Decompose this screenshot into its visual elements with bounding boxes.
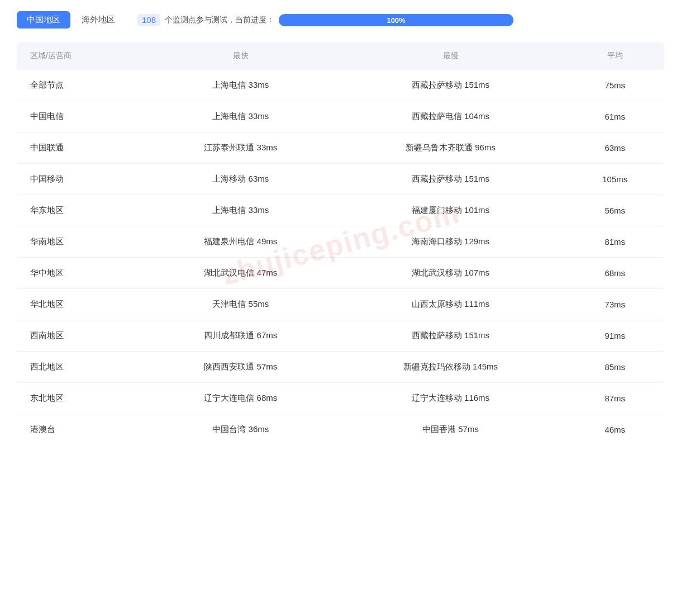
cell-slowest: 西藏拉萨移动 151ms: [336, 164, 566, 195]
cell-avg: 87ms: [566, 383, 664, 414]
cell-region: 港澳台: [17, 414, 146, 446]
cell-slowest: 福建厦门移动 101ms: [336, 195, 566, 226]
col-avg: 平均: [566, 42, 664, 70]
page-container: 中国地区 海外地区 108 个监测点参与测试，当前进度： 100% zhujic…: [0, 0, 681, 456]
cell-avg: 61ms: [566, 101, 664, 132]
cell-fastest: 天津电信 55ms: [146, 289, 335, 320]
cell-slowest: 西藏拉萨移动 151ms: [336, 70, 566, 101]
table-row: 全部节点上海电信 33ms西藏拉萨移动 151ms75ms: [17, 70, 664, 101]
cell-region: 全部节点: [17, 70, 146, 101]
cell-slowest: 山西太原移动 111ms: [336, 289, 566, 320]
table-row: 华北地区天津电信 55ms山西太原移动 111ms73ms: [17, 289, 664, 320]
tab-china[interactable]: 中国地区: [17, 11, 70, 29]
cell-avg: 46ms: [566, 414, 664, 446]
cell-avg: 105ms: [566, 164, 664, 195]
table-row: 西南地区四川成都联通 67ms西藏拉萨移动 151ms91ms: [17, 320, 664, 352]
cell-region: 华东地区: [17, 195, 146, 226]
cell-avg: 68ms: [566, 258, 664, 289]
cell-avg: 56ms: [566, 195, 664, 226]
col-region: 区域/运营商: [17, 42, 146, 70]
cell-fastest: 福建泉州电信 49ms: [146, 226, 335, 258]
monitor-count-badge: 108: [137, 14, 160, 26]
cell-fastest: 上海移动 63ms: [146, 164, 335, 195]
cell-slowest: 新疆乌鲁木齐联通 96ms: [336, 132, 566, 164]
cell-slowest: 西藏拉萨移动 151ms: [336, 320, 566, 352]
cell-fastest: 上海电信 33ms: [146, 101, 335, 132]
header: 中国地区 海外地区 108 个监测点参与测试，当前进度： 100%: [17, 11, 664, 29]
cell-fastest: 四川成都联通 67ms: [146, 320, 335, 352]
table-body: 全部节点上海电信 33ms西藏拉萨移动 151ms75ms中国电信上海电信 33…: [17, 70, 664, 445]
table-row: 东北地区辽宁大连电信 68ms辽宁大连移动 116ms87ms: [17, 383, 664, 414]
table-row: 西北地区陕西西安联通 57ms新疆克拉玛依移动 145ms85ms: [17, 352, 664, 383]
table-header: 区域/运营商 最快 最慢 平均: [17, 42, 664, 70]
tab-overseas[interactable]: 海外地区: [79, 11, 117, 29]
table-row: 港澳台中国台湾 36ms中国香港 57ms46ms: [17, 414, 664, 446]
cell-fastest: 江苏泰州联通 33ms: [146, 132, 335, 164]
cell-avg: 81ms: [566, 226, 664, 258]
cell-region: 华南地区: [17, 226, 146, 258]
cell-fastest: 中国台湾 36ms: [146, 414, 335, 446]
progress-label: 100%: [387, 16, 405, 24]
cell-fastest: 辽宁大连电信 68ms: [146, 383, 335, 414]
table-row: 华南地区福建泉州电信 49ms海南海口移动 129ms81ms: [17, 226, 664, 258]
cell-region: 中国移动: [17, 164, 146, 195]
cell-fastest: 上海电信 33ms: [146, 70, 335, 101]
col-slowest: 最慢: [336, 42, 566, 70]
cell-fastest: 湖北武汉电信 47ms: [146, 258, 335, 289]
cell-region: 西南地区: [17, 320, 146, 352]
cell-avg: 75ms: [566, 70, 664, 101]
table-row: 华东地区上海电信 33ms福建厦门移动 101ms56ms: [17, 195, 664, 226]
cell-slowest: 中国香港 57ms: [336, 414, 566, 446]
cell-avg: 85ms: [566, 352, 664, 383]
monitor-text: 个监测点参与测试，当前进度：: [165, 15, 274, 25]
cell-avg: 63ms: [566, 132, 664, 164]
results-table: 区域/运营商 最快 最慢 平均 全部节点上海电信 33ms西藏拉萨移动 151m…: [17, 42, 664, 445]
cell-slowest: 西藏拉萨电信 104ms: [336, 101, 566, 132]
cell-avg: 91ms: [566, 320, 664, 352]
table-row: 中国电信上海电信 33ms西藏拉萨电信 104ms61ms: [17, 101, 664, 132]
table-row: 华中地区湖北武汉电信 47ms湖北武汉移动 107ms68ms: [17, 258, 664, 289]
cell-region: 华中地区: [17, 258, 146, 289]
cell-slowest: 海南海口移动 129ms: [336, 226, 566, 258]
table-wrap: zhujiceping.com 区域/运营商 最快 最慢 平均 全部节点上海电信…: [17, 42, 664, 445]
cell-region: 西北地区: [17, 352, 146, 383]
cell-region: 东北地区: [17, 383, 146, 414]
cell-avg: 73ms: [566, 289, 664, 320]
monitor-info: 108 个监测点参与测试，当前进度： 100%: [137, 14, 664, 26]
cell-slowest: 新疆克拉玛依移动 145ms: [336, 352, 566, 383]
cell-region: 华北地区: [17, 289, 146, 320]
cell-fastest: 上海电信 33ms: [146, 195, 335, 226]
table-row: 中国联通江苏泰州联通 33ms新疆乌鲁木齐联通 96ms63ms: [17, 132, 664, 164]
cell-slowest: 湖北武汉移动 107ms: [336, 258, 566, 289]
cell-slowest: 辽宁大连移动 116ms: [336, 383, 566, 414]
cell-region: 中国联通: [17, 132, 146, 164]
cell-fastest: 陕西西安联通 57ms: [146, 352, 335, 383]
cell-region: 中国电信: [17, 101, 146, 132]
col-fastest: 最快: [146, 42, 335, 70]
table-row: 中国移动上海移动 63ms西藏拉萨移动 151ms105ms: [17, 164, 664, 195]
progress-bar-container: 100%: [279, 14, 513, 26]
